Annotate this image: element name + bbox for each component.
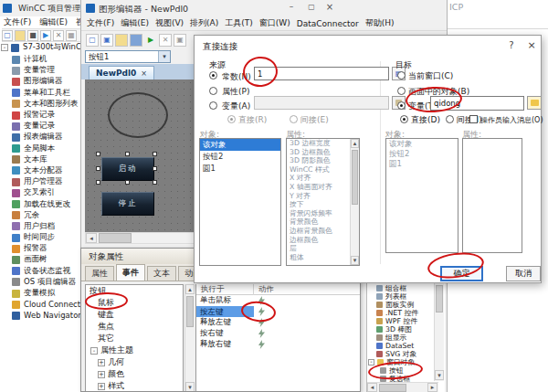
palette-vscrollbar[interactable]: ▾ — [434, 283, 444, 381]
target-direct-radio[interactable] — [400, 115, 408, 123]
event-tree-colors[interactable]: +颜色 — [86, 368, 183, 380]
list-item[interactable]: Y 对齐 — [287, 192, 350, 201]
target-current-window-radio[interactable] — [397, 71, 406, 79]
event-tree-misc[interactable]: 其它 — [86, 333, 183, 344]
action-bolt-icon[interactable] — [258, 340, 265, 349]
sidebar-item-menus-toolbars[interactable]: 菜单和工具栏 — [0, 88, 82, 99]
source-attrs-list[interactable]: 3D 边框宽度 3D 边框颜色 3D 阴影颜色 WinCC 样式 X 对齐 X … — [286, 138, 360, 266]
sidebar-item-report-designer[interactable]: 报表编辑器 — [0, 132, 82, 143]
list-item[interactable]: 该对象 — [200, 139, 280, 151]
new-project-icon[interactable]: ▢ — [2, 30, 13, 41]
new-from-template-icon[interactable]: ▣ — [100, 34, 113, 47]
event-tree-styles[interactable]: +样式 — [86, 380, 183, 392]
sidebar-item-redundancy[interactable]: 冗余 — [0, 210, 82, 221]
sidebar-item-lifebeat-monitoring[interactable]: 设备状态监视 — [0, 266, 82, 277]
start-button-object[interactable]: 启动 — [101, 157, 154, 181]
event-tree-property-topics[interactable]: -属性主题 — [86, 344, 183, 356]
sidebar-item-time-synchronization[interactable]: 时间同步 — [0, 232, 82, 243]
scroll-down-icon[interactable]: ▾ — [351, 256, 359, 265]
sidebar-item-web-navigator[interactable]: Web Navigator — [0, 310, 82, 321]
sidebar-item-alarm-logging[interactable]: 报警记录 — [0, 110, 82, 121]
operator-input-message-checkbox[interactable] — [469, 115, 478, 123]
list-item[interactable]: 按钮2 — [386, 149, 458, 159]
list-item[interactable]: 3D 阴影颜色 — [287, 156, 350, 165]
list-item[interactable]: WinCC 样式 — [287, 165, 350, 175]
sidebar-item-text-graphic-lists[interactable]: 文本和图形列表 — [0, 99, 82, 110]
event-tree-mouse[interactable]: 鼠标 — [86, 297, 183, 309]
sidebar-item-horn[interactable]: 报警器 — [0, 243, 82, 254]
stop-runtime-icon[interactable]: ■ — [27, 30, 38, 41]
sidebar-item-cross-reference[interactable]: 交叉索引 — [0, 187, 82, 198]
selection-handle[interactable] — [153, 180, 157, 185]
palette-hscrollbar[interactable]: ◂ ▸ — [367, 382, 438, 392]
sidebar-item-tag-management[interactable]: 变量管理 — [0, 65, 82, 76]
target-attrs-list[interactable] — [462, 138, 522, 253]
list-item[interactable]: 粗体 — [287, 253, 350, 262]
activate-runtime-icon[interactable]: ▶ — [40, 30, 51, 41]
event-row-press-left[interactable]: 按左键 — [196, 306, 361, 317]
editor-menu-file[interactable]: 文件(F) — [87, 17, 114, 29]
dialog-help-icon[interactable]: ? — [505, 40, 518, 50]
explorer-tree-root[interactable]: - S7-300t与WinCC项 — [0, 42, 82, 53]
source-constant-input[interactable] — [254, 67, 389, 80]
source-variable-input[interactable] — [254, 96, 389, 110]
sidebar-item-os-project-editor[interactable]: OS 项目编辑器 — [0, 277, 82, 288]
target-variable-input[interactable] — [430, 96, 524, 111]
scrollbar-thumb[interactable] — [352, 150, 358, 205]
object-selector-combo[interactable]: 按钮1 ▾ — [85, 50, 171, 63]
list-item[interactable]: 层 — [287, 244, 350, 253]
scroll-left-icon[interactable]: ◂ — [86, 233, 97, 243]
list-item[interactable]: 圆1 — [200, 163, 280, 175]
sidebar-item-global-script[interactable]: 全局脚本 — [0, 143, 82, 154]
scroll-down-icon[interactable]: ▾ — [185, 382, 195, 392]
list-item[interactable]: 边框背景颜色 — [287, 227, 350, 236]
tab-properties[interactable]: 属性 — [85, 266, 114, 281]
event-tree-keyboard[interactable]: 键盘 — [86, 309, 183, 321]
selection-handle[interactable] — [153, 152, 157, 156]
editor-menu-help[interactable]: 帮助(H) — [365, 17, 395, 29]
circle-object[interactable] — [108, 92, 168, 138]
scroll-left-icon[interactable]: ◂ — [367, 383, 377, 392]
tab-newpdl0[interactable]: NewPdl0 × — [89, 66, 154, 79]
editor-menu-view[interactable]: 视图(V) — [155, 17, 184, 29]
source-attrs-scrollbar[interactable]: ▴ ▾ — [350, 139, 359, 265]
tab-texts[interactable]: 文本 — [147, 266, 176, 281]
event-tree-button[interactable]: 按钮 — [86, 285, 183, 297]
scrollbar-thumb[interactable] — [379, 384, 406, 392]
open-project-icon[interactable] — [15, 30, 26, 41]
target-object-in-picture-radio[interactable] — [397, 87, 406, 95]
cut-icon[interactable]: ✕ — [159, 34, 172, 47]
target-indirect-radio[interactable] — [446, 115, 454, 123]
sidebar-item-tag-simulation[interactable]: 变量模拟 — [0, 288, 82, 299]
scrollbar-thumb[interactable] — [99, 233, 132, 243]
explorer-titlebar[interactable]: WinCC 项目管理器 - — [0, 0, 82, 16]
tree-collapse-icon[interactable]: - — [1, 44, 8, 51]
selection-handle[interactable] — [125, 180, 130, 185]
selection-handle[interactable] — [125, 152, 130, 156]
action-bolt-icon[interactable] — [258, 307, 265, 316]
action-bolt-icon[interactable] — [258, 318, 265, 327]
minimize-button[interactable]: – — [284, 2, 299, 11]
tree-expand-icon[interactable]: + — [98, 383, 105, 390]
copy-icon[interactable]: ▣ — [174, 34, 186, 47]
event-row-press-right[interactable]: 按右键 — [196, 328, 361, 339]
editor-menu-dataconnector[interactable]: DataConnector — [297, 19, 359, 28]
save-icon[interactable] — [130, 34, 142, 47]
sidebar-item-computer[interactable]: 计算机 — [0, 54, 82, 65]
sidebar-item-graphics-designer[interactable]: 图形编辑器 — [0, 76, 82, 87]
tree-expand-icon[interactable]: + — [98, 371, 105, 378]
cut-icon[interactable]: ✕ — [53, 30, 64, 41]
selection-handle[interactable] — [153, 166, 157, 171]
list-item[interactable]: X 对齐 — [287, 174, 350, 183]
target-objects-list[interactable]: 该对象 按钮2 圆1 — [385, 138, 458, 253]
list-item[interactable]: 圆1 — [386, 159, 458, 169]
selection-handle[interactable] — [96, 180, 100, 185]
event-tree-geometry[interactable]: +几何 — [86, 356, 183, 368]
sidebar-item-load-online-changes[interactable]: 加载在线更改 — [0, 198, 82, 209]
maximize-button[interactable]: ▢ — [304, 3, 319, 11]
selection-handle[interactable] — [96, 152, 100, 156]
list-item[interactable]: 3D 边框颜色 — [287, 148, 350, 157]
new-picture-icon[interactable]: ▢ — [86, 34, 99, 47]
sidebar-item-text-library[interactable]: 文本库 — [0, 154, 82, 165]
open-picture-icon[interactable] — [115, 34, 128, 47]
